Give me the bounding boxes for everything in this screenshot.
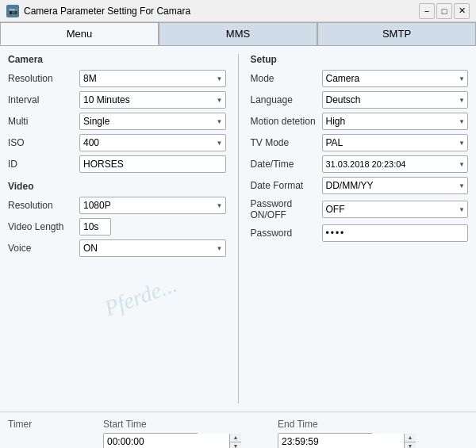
minimize-button[interactable]: − xyxy=(419,3,435,19)
multi-select[interactable]: Single xyxy=(79,113,226,130)
mode-select-wrapper: Camera ▼ xyxy=(322,70,469,87)
camera-resolution-select-wrapper: 8M ▼ xyxy=(79,70,226,87)
password-row: Password xyxy=(251,224,469,242)
iso-select[interactable]: 400 xyxy=(79,134,226,151)
tv-mode-row: TV Mode PAL ▼ xyxy=(251,134,469,151)
start-time-spinner-buttons: ▲ ▼ xyxy=(229,434,241,448)
end-time-down-button[interactable]: ▼ xyxy=(405,442,416,449)
date-format-label: Date Format xyxy=(251,180,322,191)
multi-row: Multi Single ▼ xyxy=(8,113,226,130)
interval-select-wrapper: 10 Minutes ▼ xyxy=(79,91,226,109)
password-onoff-row: Password ON/OFF OFF ▼ xyxy=(251,198,469,220)
tab-menu[interactable]: Menu xyxy=(0,22,159,45)
date-format-row: Date Format DD/MM/YY ▼ xyxy=(251,177,469,194)
interval-row: Interval 10 Minutes ▼ xyxy=(8,91,226,109)
iso-select-wrapper: 400 ▼ xyxy=(79,134,226,151)
datetime-label: Date/Time xyxy=(251,159,322,170)
id-input[interactable] xyxy=(79,155,226,173)
start-time-input[interactable] xyxy=(104,434,229,448)
start-time-down-button[interactable]: ▼ xyxy=(230,442,241,449)
window-title: Camera Parameter Setting For Camara xyxy=(24,6,190,17)
language-row: Language Deutsch ▼ xyxy=(251,91,469,109)
video-length-label: Video Length xyxy=(8,221,79,232)
language-label: Language xyxy=(251,94,322,105)
id-label: ID xyxy=(8,159,79,170)
video-resolution-row: Resolution 1080P ▼ xyxy=(8,197,226,214)
tab-mms[interactable]: MMS xyxy=(159,22,317,45)
end-time-header: End Time xyxy=(278,419,318,433)
voice-select[interactable]: ON xyxy=(79,239,226,257)
video-section-title: Video xyxy=(8,181,226,192)
timer-header: Timer xyxy=(8,419,56,433)
tv-mode-label: TV Mode xyxy=(251,137,322,148)
app-icon: 📷 xyxy=(6,5,19,17)
camera-resolution-row: Resolution 8M ▼ xyxy=(8,70,226,87)
end-time-input[interactable] xyxy=(278,434,404,448)
end-time-spinner-buttons: ▲ ▼ xyxy=(404,434,416,448)
main-content: Camera Resolution 8M ▼ Interval 10 Minut… xyxy=(0,46,476,412)
tv-mode-select-wrapper: PAL ▼ xyxy=(322,134,469,151)
multi-label: Multi xyxy=(8,116,79,127)
datetime-select[interactable]: 31.03.2018 20:23:04 xyxy=(322,155,469,173)
video-length-input[interactable] xyxy=(79,218,111,235)
password-onoff-select[interactable]: OFF xyxy=(322,201,469,218)
date-format-select[interactable]: DD/MM/YY xyxy=(322,177,469,194)
tv-mode-select[interactable]: PAL xyxy=(322,134,469,151)
video-resolution-label: Resolution xyxy=(8,200,79,211)
mode-select[interactable]: Camera xyxy=(322,70,469,87)
multi-select-wrapper: Single ▼ xyxy=(79,113,226,130)
motion-select[interactable]: High xyxy=(322,113,469,130)
motion-select-wrapper: High ▼ xyxy=(322,113,469,130)
start-time-up-button[interactable]: ▲ xyxy=(230,434,241,442)
timer-section: Timer Timer1 Start Time ▲ ▼ End Time xyxy=(0,412,476,448)
mode-label: Mode xyxy=(251,73,322,84)
close-button[interactable]: ✕ xyxy=(454,3,470,19)
language-select[interactable]: Deutsch xyxy=(322,91,469,109)
end-time-up-button[interactable]: ▲ xyxy=(405,434,416,442)
date-format-select-wrapper: DD/MM/YY ▼ xyxy=(322,177,469,194)
tab-smtp[interactable]: SMTP xyxy=(317,22,476,45)
iso-row: ISO 400 ▼ xyxy=(8,134,226,151)
camera-section-title: Camera xyxy=(8,54,226,65)
iso-label: ISO xyxy=(8,137,79,148)
voice-select-wrapper: ON ▼ xyxy=(79,239,226,257)
setup-section: Setup Mode Camera ▼ Language Deutsch ▼ xyxy=(251,54,469,404)
language-select-wrapper: Deutsch ▼ xyxy=(322,91,469,109)
tab-bar: Menu MMS SMTP xyxy=(0,22,476,46)
password-onoff-label: Password ON/OFF xyxy=(251,198,322,220)
datetime-select-wrapper: 31.03.2018 20:23:04 ▼ xyxy=(322,155,469,173)
video-resolution-select-wrapper: 1080P ▼ xyxy=(79,197,226,214)
password-input[interactable] xyxy=(322,224,469,242)
camera-resolution-select[interactable]: 8M xyxy=(79,70,226,87)
camera-section: Camera Resolution 8M ▼ Interval 10 Minut… xyxy=(8,54,226,404)
mode-row: Mode Camera ▼ xyxy=(251,70,469,87)
interval-select[interactable]: 10 Minutes xyxy=(79,91,226,109)
end-time-spinner[interactable]: ▲ ▼ xyxy=(278,433,373,448)
maximize-button[interactable]: □ xyxy=(436,3,452,19)
voice-label: Voice xyxy=(8,243,79,254)
motion-label: Motion detetion xyxy=(251,116,322,127)
title-bar-controls: − □ ✕ xyxy=(419,3,470,19)
motion-row: Motion detetion High ▼ xyxy=(251,113,469,130)
setup-section-title: Setup xyxy=(251,54,469,65)
start-time-spinner[interactable]: ▲ ▼ xyxy=(103,433,198,448)
title-bar: 📷 Camera Parameter Setting For Camara − … xyxy=(0,0,476,22)
password-onoff-select-wrapper: OFF ▼ xyxy=(322,201,469,218)
vertical-divider xyxy=(238,54,239,404)
datetime-row: Date/Time 31.03.2018 20:23:04 ▼ xyxy=(251,155,469,173)
interval-label: Interval xyxy=(8,94,79,105)
voice-row: Voice ON ▼ xyxy=(8,239,226,257)
video-resolution-select[interactable]: 1080P xyxy=(79,197,226,214)
camera-resolution-label: Resolution xyxy=(8,73,79,84)
start-time-header: Start Time xyxy=(103,419,147,433)
id-row: ID xyxy=(8,155,226,173)
video-length-row: Video Length xyxy=(8,218,226,235)
password-label: Password xyxy=(251,228,322,239)
